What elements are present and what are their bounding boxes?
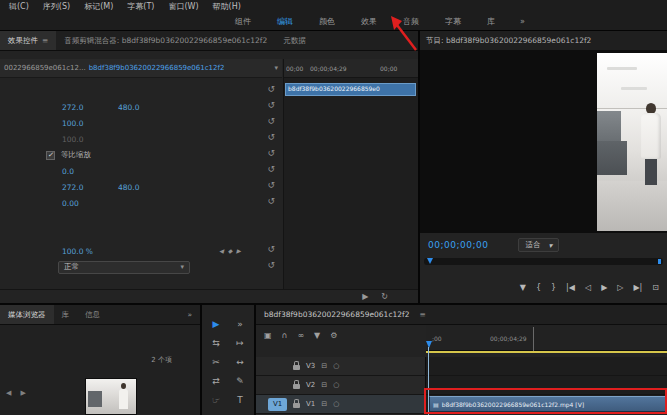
track-lane-v3[interactable] xyxy=(426,357,667,375)
scale-value[interactable]: 100.0 xyxy=(62,119,118,128)
tab-program-monitor[interactable]: 节目: b8df38f9b03620022966859e061c12f2 xyxy=(420,31,667,51)
lock-icon[interactable] xyxy=(293,403,300,408)
menu-edit[interactable]: 辑(C) xyxy=(2,1,36,12)
sync-lock-icon[interactable]: ⊟ xyxy=(321,400,327,408)
nest-toggle-icon[interactable]: ▣ xyxy=(264,331,272,340)
workspace-overflow-icon[interactable]: » xyxy=(508,17,537,26)
export-frame-icon[interactable]: ⊡ xyxy=(652,283,659,292)
reset-icon[interactable]: ↺ xyxy=(267,164,275,174)
slide-tool[interactable]: ⇄ xyxy=(204,374,228,387)
track-header-v1[interactable]: V1 V1 ⊟ ○ xyxy=(256,395,426,413)
workspace-tab-editing[interactable]: 编辑 xyxy=(264,16,306,27)
track-lane-v2[interactable] xyxy=(426,376,667,394)
panel-menu-icon[interactable]: ≡ xyxy=(42,36,48,45)
sync-lock-icon[interactable]: ⊟ xyxy=(321,381,327,389)
rotation-value[interactable]: 0.0 xyxy=(62,167,118,176)
track-select-forward-tool[interactable]: » xyxy=(228,317,252,330)
timeline-clip[interactable]: ▤ b8df38f9b03620022966859e061c12f2.mp4 [… xyxy=(429,396,667,412)
next-keyframe-icon[interactable]: ▶ xyxy=(236,247,245,254)
play-clip-icon[interactable]: ▶ xyxy=(362,292,368,301)
step-back-icon[interactable]: ◁ xyxy=(585,283,591,292)
reset-icon[interactable]: ↺ xyxy=(267,196,275,206)
workspace-tab-effects[interactable]: 效果 xyxy=(348,16,390,27)
reset-icon[interactable]: ↺ xyxy=(267,180,275,190)
reset-icon[interactable]: ↺ xyxy=(267,84,275,94)
panel-overflow-icon[interactable]: » xyxy=(179,305,200,324)
anchor-y-value[interactable]: 480.0 xyxy=(118,183,174,192)
track-output-icon[interactable]: ○ xyxy=(333,362,339,370)
type-tool[interactable]: T xyxy=(228,393,252,406)
tab-media-browser[interactable]: 媒体浏览器 xyxy=(0,305,54,324)
reset-icon[interactable]: ↺ xyxy=(267,116,275,126)
anti-flicker-value[interactable]: 0.00 xyxy=(62,199,118,208)
mini-timeline-ruler[interactable]: 00;00 00;00;04;29 00;00 xyxy=(284,59,418,78)
timeline-ruler[interactable]: ;00 00;00;04;29 xyxy=(426,325,667,351)
prev-keyframe-icon[interactable]: ◀ xyxy=(219,247,228,254)
workspace-tab-audio[interactable]: 音频 xyxy=(390,16,432,27)
sync-lock-icon[interactable]: ⊟ xyxy=(321,362,327,370)
workspace-tab-libraries[interactable]: 库 xyxy=(474,16,508,27)
effect-mini-timeline[interactable]: 00;00 00;00;04;29 00;00 b8df38f9b0362002… xyxy=(283,59,418,289)
zoom-level-dropdown[interactable]: 适合 ▾ xyxy=(518,238,559,252)
source-patch-v1[interactable]: V1 xyxy=(268,398,287,411)
source-patch[interactable] xyxy=(268,360,287,373)
go-to-in-icon[interactable]: |◀ xyxy=(566,283,575,292)
add-marker-icon[interactable]: ▼ xyxy=(520,283,526,292)
track-lane-v1[interactable]: ▤ b8df38f9b03620022966859e061c12f2.mp4 [… xyxy=(426,395,667,413)
uniform-scale-checkbox[interactable]: ✓ xyxy=(46,151,55,160)
tab-libraries[interactable]: 库 xyxy=(54,305,78,324)
linked-selection-icon[interactable]: ∞ xyxy=(297,331,304,340)
back-icon[interactable]: ◀ xyxy=(6,389,11,397)
workspace-tab-color[interactable]: 颜色 xyxy=(306,16,348,27)
slip-tool[interactable]: ↔ xyxy=(228,355,252,368)
tab-info[interactable]: 信息 xyxy=(77,305,108,324)
reset-icon[interactable]: ↺ xyxy=(267,100,275,110)
reset-icon[interactable]: ↺ xyxy=(267,260,275,270)
position-y-value[interactable]: 480.0 xyxy=(118,103,174,112)
add-keyframe-icon[interactable]: ◆ xyxy=(228,247,237,254)
anchor-x-value[interactable]: 272.0 xyxy=(62,183,118,192)
menu-window[interactable]: 窗口(W) xyxy=(161,1,205,12)
loop-playback-icon[interactable]: ↻ xyxy=(381,292,388,301)
menu-captions[interactable]: 字幕(T) xyxy=(120,1,161,12)
menu-help[interactable]: 帮助(H) xyxy=(206,1,248,12)
mark-in-icon[interactable]: { xyxy=(536,283,541,292)
pen-tool[interactable]: ✎ xyxy=(228,374,252,387)
program-preview[interactable] xyxy=(420,51,667,233)
tab-audio-clip-mixer[interactable]: 音频剪辑混合器: b8df38f9b03620022966859e061c12f… xyxy=(56,31,275,50)
hand-tool[interactable]: ☞ xyxy=(204,393,228,406)
opacity-value[interactable]: 100.0 % xyxy=(62,247,118,256)
tab-effect-controls[interactable]: 效果控件 ≡ xyxy=(0,31,56,50)
add-marker-icon[interactable]: ▼ xyxy=(314,331,320,340)
clip-name[interactable]: b8df38f9b03620022966859e061c12f2 xyxy=(89,64,225,72)
snap-icon[interactable]: ∩ xyxy=(282,331,288,340)
go-to-out-icon[interactable]: ▶| xyxy=(633,283,642,292)
panel-menu-icon[interactable]: ≡ xyxy=(419,310,425,319)
timeline-settings-icon[interactable]: ⚙ xyxy=(330,331,337,340)
tab-sequence[interactable]: b8df38f9b03620022966859e061c12f2 ≡ xyxy=(256,305,667,325)
reset-icon[interactable]: ↺ xyxy=(267,132,275,142)
step-forward-icon[interactable]: ▷ xyxy=(617,283,623,292)
mark-out-icon[interactable]: } xyxy=(551,283,556,292)
position-x-value[interactable]: 272.0 xyxy=(62,103,118,112)
track-header-v2[interactable]: V2 ⊟ ○ xyxy=(256,376,426,394)
tab-metadata[interactable]: 元数据 xyxy=(275,31,314,50)
lock-icon[interactable] xyxy=(293,384,300,389)
forward-icon[interactable]: ▶ xyxy=(20,389,25,397)
lock-icon[interactable] xyxy=(293,365,300,370)
reset-icon[interactable]: ↺ xyxy=(267,244,275,254)
blend-mode-dropdown[interactable]: 正常 ▾ xyxy=(58,261,190,274)
selection-tool[interactable]: ▶ xyxy=(204,317,228,330)
workspace-tab-captions[interactable]: 字幕 xyxy=(432,16,474,27)
razor-tool[interactable]: ✂ xyxy=(204,355,228,368)
program-scrubber[interactable] xyxy=(424,258,663,265)
source-patch[interactable] xyxy=(268,379,287,392)
timeline-playhead[interactable] xyxy=(426,341,432,348)
ripple-edit-tool[interactable]: ⇆ xyxy=(204,336,228,349)
track-output-icon[interactable]: ○ xyxy=(333,400,339,408)
track-output-icon[interactable]: ○ xyxy=(333,381,339,389)
menu-sequence[interactable]: 序列(S) xyxy=(36,1,77,12)
chevron-down-icon[interactable]: ▾ xyxy=(274,64,278,72)
reset-icon[interactable]: ↺ xyxy=(267,148,275,158)
program-playhead[interactable] xyxy=(427,258,433,264)
